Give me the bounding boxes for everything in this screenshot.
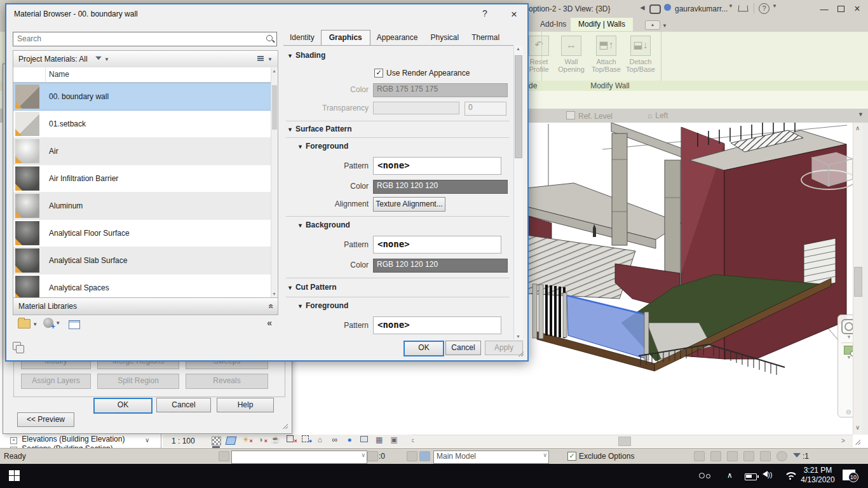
modify-wall-panel-label[interactable]: Modify Wall <box>559 81 661 90</box>
material-search[interactable] <box>13 32 277 46</box>
material-row[interactable]: Analytical Spaces <box>13 274 278 298</box>
browser-scroll-down-icon[interactable]: ∨ <box>145 437 149 444</box>
shading-section-header[interactable]: ▼Shading <box>287 51 325 60</box>
ea-ok-button[interactable]: OK <box>93 398 153 414</box>
temporary-hide-isolate-icon[interactable]: ∞ <box>330 435 340 445</box>
scale-button[interactable]: 1 : 100 <box>172 437 195 445</box>
crop-view-off-icon[interactable]: × <box>285 435 295 445</box>
filter-chevron-icon[interactable]: ▼ <box>104 57 109 62</box>
ea-resize-grip[interactable] <box>283 424 288 429</box>
hscroll-thumb[interactable] <box>618 437 631 446</box>
tab-identity[interactable]: Identity <box>283 30 321 45</box>
select-pinned-icon[interactable] <box>727 451 738 461</box>
scroll-right-icon[interactable]: > <box>841 437 845 444</box>
sp-fg-pattern-field[interactable]: <none> <box>373 157 501 175</box>
material-row[interactable]: 01.setback <box>13 111 278 138</box>
ribbon-collapse-chevron-icon[interactable]: ▼ <box>662 23 667 29</box>
library-folder-button[interactable]: ▼ <box>18 319 37 329</box>
tab-physical[interactable]: Physical <box>424 30 465 45</box>
open-asset-browser-button[interactable] <box>69 320 80 329</box>
list-scroll-thumb[interactable] <box>272 85 277 130</box>
reveal-hidden-elements-icon[interactable]: ● <box>344 435 355 445</box>
close-button[interactable]: × <box>849 3 865 15</box>
dialog-close-icon[interactable]: × <box>508 8 520 21</box>
tab-appearance[interactable]: Appearance <box>370 30 424 45</box>
ea-help-button[interactable]: Help <box>217 398 274 412</box>
expand-libraries-icon[interactable]: » <box>265 304 275 309</box>
material-row[interactable]: Air <box>13 138 278 165</box>
expand-icon[interactable]: + <box>10 437 17 444</box>
show-crop-region-icon[interactable]: ● <box>300 435 310 445</box>
surface-background-header[interactable]: ▼Background <box>297 220 350 229</box>
battery-icon[interactable] <box>745 473 757 480</box>
detail-level-icon[interactable] <box>211 435 221 445</box>
select-underlay-icon[interactable] <box>710 451 721 461</box>
materials-filter-icon[interactable] <box>95 57 102 60</box>
filter-icon[interactable] <box>793 453 801 458</box>
start-button[interactable] <box>9 470 20 481</box>
editable-only-icon[interactable] <box>367 451 378 461</box>
gscroll-down-icon[interactable]: ▼ <box>516 334 520 339</box>
material-editor-toggle-icon[interactable] <box>13 342 24 353</box>
tab-modify-walls[interactable]: Modify | Walls <box>571 18 633 31</box>
locked-orientation-icon[interactable]: ⌂ <box>315 435 325 445</box>
split-region-button[interactable]: Split Region <box>97 374 179 389</box>
use-render-appearance-checkbox[interactable]: ✓ <box>374 69 383 78</box>
view-type-chevron-icon[interactable]: ▼ <box>268 57 273 62</box>
view-type-icon[interactable] <box>255 55 264 63</box>
signed-in-user[interactable]: gauravkumarr... <box>675 4 728 13</box>
material-row[interactable]: Analytical Floor Surface <box>13 220 278 247</box>
texture-alignment-button[interactable]: Texture Alignment... <box>373 197 445 212</box>
tab-graphics[interactable]: Graphics <box>321 30 370 46</box>
back-arrow-icon[interactable]: ◄ <box>639 3 646 12</box>
mb-ok-button[interactable]: OK <box>403 341 444 356</box>
tab-add-ins[interactable]: Add-Ins <box>532 18 574 31</box>
wall-opening-button[interactable]: ↔ Wall Opening <box>554 36 588 73</box>
mb-cancel-button[interactable]: Cancel <box>445 341 481 355</box>
surface-pattern-section-header[interactable]: ▼Surface Pattern <box>287 125 352 133</box>
mb-apply-button[interactable]: Apply <box>485 341 523 355</box>
create-material-button[interactable]: ▼ <box>43 318 60 328</box>
ea-cancel-button[interactable]: Cancel <box>156 398 211 412</box>
list-scroll-up-icon[interactable]: ▲ <box>272 69 276 73</box>
graphics-scroll-thumb[interactable] <box>515 55 522 158</box>
design-options-icon[interactable] <box>419 451 430 461</box>
material-row[interactable]: 00. boundary wall <box>13 83 278 111</box>
cut-pattern-section-header[interactable]: ▼Cut Pattern <box>287 283 337 292</box>
wifi-icon[interactable] <box>784 472 796 480</box>
vscroll-thumb[interactable] <box>854 267 862 297</box>
worksets-combobox[interactable]: ∨ <box>231 451 367 464</box>
analytical-model-icon[interactable]: ▦ <box>374 435 384 445</box>
surface-foreground-header[interactable]: ▼Foreground <box>297 142 348 151</box>
list-scroll-down-icon[interactable]: ▼ <box>272 292 276 296</box>
reveals-button[interactable]: Reveals <box>186 374 268 389</box>
tab-thermal[interactable]: Thermal <box>465 30 506 45</box>
action-center-icon[interactable]: 10 <box>843 470 855 480</box>
visual-style-icon[interactable] <box>226 435 236 445</box>
ribbon-collapse-icon[interactable]: ▲ <box>645 20 660 30</box>
tree-item-elevations[interactable]: + Elevations (Building Elevation) <box>10 435 125 444</box>
project-materials-header[interactable]: Project Materials: All ▼ ▼ <box>13 50 278 69</box>
preview-toggle-button[interactable]: << Preview <box>17 412 74 427</box>
gscroll-up-icon[interactable]: ▲ <box>516 46 520 51</box>
clock[interactable]: 3:21 PM 4/13/2020 <box>799 466 836 485</box>
scroll-down-icon[interactable]: ∨ <box>855 424 860 431</box>
select-by-face-icon[interactable] <box>743 451 754 461</box>
dialog-help-icon[interactable]: ? <box>479 8 491 18</box>
search-icon[interactable] <box>266 35 273 41</box>
reset-profile-button[interactable]: ↶ Reset Profile <box>525 36 553 73</box>
sun-path-off-icon[interactable]: ☀× <box>241 435 251 445</box>
help-icon[interactable]: ? <box>759 3 770 14</box>
binoculars-search-icon[interactable] <box>649 4 661 14</box>
displacement-sets-icon[interactable]: ▣ <box>389 435 399 445</box>
shadows-off-icon[interactable]: ◑× <box>255 435 266 445</box>
temporary-view-properties-icon[interactable] <box>359 435 369 445</box>
collapse-pane-icon[interactable]: « <box>267 318 272 328</box>
select-links-icon[interactable] <box>694 451 705 461</box>
material-libraries-bar[interactable]: Material Libraries » <box>13 297 278 315</box>
list-header[interactable]: Name <box>13 67 278 83</box>
sp-bg-color-field[interactable]: RGB 120 120 120 <box>373 259 508 273</box>
navbar-minimize-icon[interactable]: ⊖ <box>846 409 851 416</box>
restore-button[interactable] <box>832 4 849 14</box>
bar-collapse-icon[interactable]: ▼ <box>858 111 864 118</box>
